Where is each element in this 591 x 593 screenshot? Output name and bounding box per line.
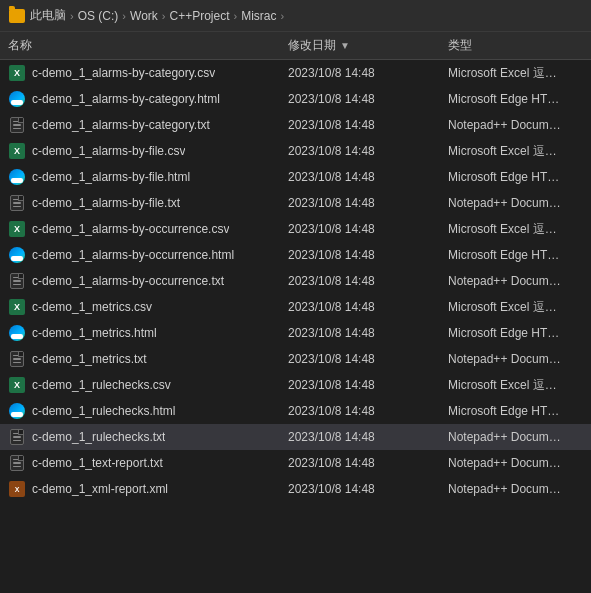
file-name-cell: X c-demo_1_alarms-by-category.csv (8, 64, 288, 82)
file-name-cell: c-demo_1_alarms-by-occurrence.txt (8, 272, 288, 290)
file-type-cell: Notepad++ Docum… (448, 352, 583, 366)
file-type-cell: Microsoft Edge HT… (448, 170, 583, 184)
xml-icon: X (8, 480, 26, 498)
table-row[interactable]: X c-demo_1_xml-report.xml 2023/10/8 14:4… (0, 476, 591, 502)
file-name-text: c-demo_1_metrics.html (32, 326, 157, 340)
table-row[interactable]: c-demo_1_alarms-by-occurrence.txt 2023/1… (0, 268, 591, 294)
file-name-text: c-demo_1_alarms-by-category.txt (32, 118, 210, 132)
edge-icon (8, 90, 26, 108)
file-date-cell: 2023/10/8 14:48 (288, 92, 448, 106)
file-date-cell: 2023/10/8 14:48 (288, 248, 448, 262)
file-date-cell: 2023/10/8 14:48 (288, 352, 448, 366)
file-date-cell: 2023/10/8 14:48 (288, 222, 448, 236)
breadcrumb-work[interactable]: Work (130, 9, 158, 23)
file-date-cell: 2023/10/8 14:48 (288, 456, 448, 470)
file-date-cell: 2023/10/8 14:48 (288, 66, 448, 80)
file-name-text: c-demo_1_rulechecks.html (32, 404, 175, 418)
table-row[interactable]: c-demo_1_rulechecks.html 2023/10/8 14:48… (0, 398, 591, 424)
file-name-text: c-demo_1_rulechecks.csv (32, 378, 171, 392)
file-name-text: c-demo_1_alarms-by-file.csv (32, 144, 185, 158)
file-name-cell: X c-demo_1_metrics.csv (8, 298, 288, 316)
excel-icon: X (8, 376, 26, 394)
file-name-text: c-demo_1_alarms-by-category.html (32, 92, 220, 106)
file-type-cell: Microsoft Excel 逗… (448, 65, 583, 82)
excel-icon: X (8, 64, 26, 82)
file-type-cell: Notepad++ Docum… (448, 196, 583, 210)
file-date-cell: 2023/10/8 14:48 (288, 404, 448, 418)
table-row[interactable]: c-demo_1_alarms-by-file.html 2023/10/8 1… (0, 164, 591, 190)
file-name-cell: c-demo_1_alarms-by-category.html (8, 90, 288, 108)
table-row[interactable]: c-demo_1_metrics.html 2023/10/8 14:48 Mi… (0, 320, 591, 346)
file-name-text: c-demo_1_metrics.csv (32, 300, 152, 314)
file-name-cell: c-demo_1_alarms-by-category.txt (8, 116, 288, 134)
excel-icon: X (8, 220, 26, 238)
file-date-cell: 2023/10/8 14:48 (288, 144, 448, 158)
table-row[interactable]: c-demo_1_rulechecks.txt 2023/10/8 14:48 … (0, 424, 591, 450)
txt-icon (8, 194, 26, 212)
breadcrumb-misrac[interactable]: Misrac (241, 9, 276, 23)
table-row[interactable]: X c-demo_1_rulechecks.csv 2023/10/8 14:4… (0, 372, 591, 398)
edge-icon (8, 402, 26, 420)
excel-icon: X (8, 298, 26, 316)
file-name-text: c-demo_1_alarms-by-occurrence.csv (32, 222, 229, 236)
file-date-cell: 2023/10/8 14:48 (288, 170, 448, 184)
txt-icon (8, 454, 26, 472)
table-row[interactable]: X c-demo_1_alarms-by-file.csv 2023/10/8 … (0, 138, 591, 164)
file-type-cell: Microsoft Edge HT… (448, 92, 583, 106)
file-date-cell: 2023/10/8 14:48 (288, 326, 448, 340)
file-name-text: c-demo_1_metrics.txt (32, 352, 147, 366)
edge-icon (8, 168, 26, 186)
txt-icon (8, 116, 26, 134)
file-date-cell: 2023/10/8 14:48 (288, 196, 448, 210)
file-name-text: c-demo_1_xml-report.xml (32, 482, 168, 496)
file-type-cell: Notepad++ Docum… (448, 430, 583, 444)
file-list: X c-demo_1_alarms-by-category.csv 2023/1… (0, 60, 591, 593)
table-row[interactable]: X c-demo_1_metrics.csv 2023/10/8 14:48 M… (0, 294, 591, 320)
table-row[interactable]: c-demo_1_text-report.txt 2023/10/8 14:48… (0, 450, 591, 476)
table-row[interactable]: X c-demo_1_alarms-by-occurrence.csv 2023… (0, 216, 591, 242)
file-name-text: c-demo_1_alarms-by-occurrence.html (32, 248, 234, 262)
col-header-type: 类型 (448, 37, 583, 54)
file-type-cell: Microsoft Edge HT… (448, 404, 583, 418)
file-type-cell: Microsoft Excel 逗… (448, 377, 583, 394)
file-name-text: c-demo_1_alarms-by-category.csv (32, 66, 215, 80)
breadcrumb-drive[interactable]: OS (C:) (78, 9, 119, 23)
file-name-text: c-demo_1_alarms-by-occurrence.txt (32, 274, 224, 288)
file-type-cell: Notepad++ Docum… (448, 456, 583, 470)
table-row[interactable]: c-demo_1_alarms-by-category.txt 2023/10/… (0, 112, 591, 138)
file-date-cell: 2023/10/8 14:48 (288, 482, 448, 496)
file-date-cell: 2023/10/8 14:48 (288, 274, 448, 288)
file-type-cell: Microsoft Excel 逗… (448, 221, 583, 238)
col-header-date[interactable]: 修改日期 ▼ (288, 37, 448, 54)
file-date-cell: 2023/10/8 14:48 (288, 430, 448, 444)
edge-icon (8, 246, 26, 264)
file-type-cell: Microsoft Edge HT… (448, 326, 583, 340)
file-date-cell: 2023/10/8 14:48 (288, 300, 448, 314)
breadcrumb-project[interactable]: C++Project (169, 9, 229, 23)
table-row[interactable]: c-demo_1_alarms-by-category.html 2023/10… (0, 86, 591, 112)
file-name-cell: c-demo_1_metrics.html (8, 324, 288, 342)
table-row[interactable]: c-demo_1_alarms-by-occurrence.html 2023/… (0, 242, 591, 268)
file-name-cell: c-demo_1_alarms-by-file.txt (8, 194, 288, 212)
file-name-cell: c-demo_1_alarms-by-file.html (8, 168, 288, 186)
file-name-cell: c-demo_1_text-report.txt (8, 454, 288, 472)
breadcrumb: 此电脑 › OS (C:) › Work › C++Project › Misr… (30, 7, 284, 24)
file-date-cell: 2023/10/8 14:48 (288, 118, 448, 132)
folder-icon (8, 7, 26, 25)
table-row[interactable]: X c-demo_1_alarms-by-category.csv 2023/1… (0, 60, 591, 86)
excel-icon: X (8, 142, 26, 160)
file-name-cell: X c-demo_1_xml-report.xml (8, 480, 288, 498)
file-name-text: c-demo_1_text-report.txt (32, 456, 163, 470)
file-name-cell: c-demo_1_alarms-by-occurrence.html (8, 246, 288, 264)
file-date-cell: 2023/10/8 14:48 (288, 378, 448, 392)
col-header-name[interactable]: 名称 (8, 37, 288, 54)
sort-icon: ▼ (340, 40, 350, 51)
file-name-cell: c-demo_1_rulechecks.txt (8, 428, 288, 446)
file-name-cell: c-demo_1_metrics.txt (8, 350, 288, 368)
breadcrumb-pc[interactable]: 此电脑 (30, 7, 66, 24)
table-row[interactable]: c-demo_1_metrics.txt 2023/10/8 14:48 Not… (0, 346, 591, 372)
file-name-cell: X c-demo_1_rulechecks.csv (8, 376, 288, 394)
table-row[interactable]: c-demo_1_alarms-by-file.txt 2023/10/8 14… (0, 190, 591, 216)
file-name-cell: c-demo_1_rulechecks.html (8, 402, 288, 420)
edge-icon (8, 324, 26, 342)
